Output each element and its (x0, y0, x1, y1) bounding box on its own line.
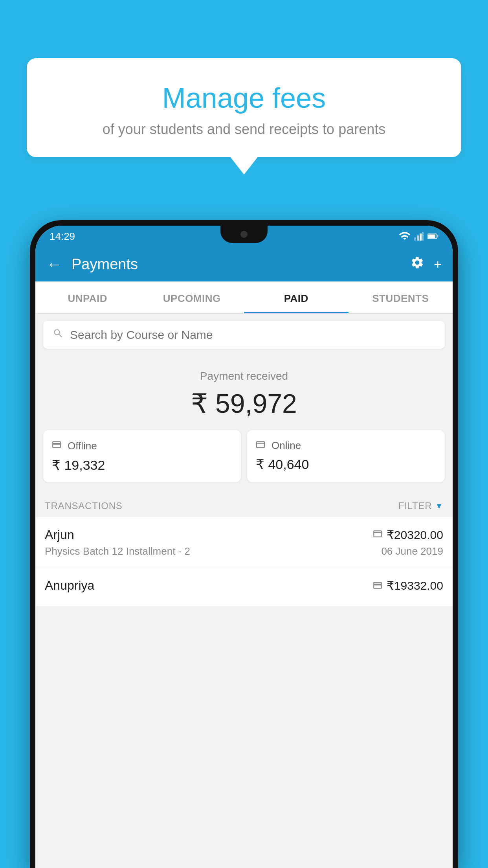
transaction-row-top: Arjun ₹20320.00 (45, 528, 443, 542)
search-bar[interactable] (43, 321, 445, 349)
student-name: Anupriya (45, 578, 94, 593)
status-time: 14:29 (50, 230, 75, 243)
transaction-amount: ₹20320.00 (387, 528, 443, 542)
notch-camera (240, 231, 248, 238)
payment-received-section: Payment received ₹ 59,972 (35, 356, 453, 430)
offline-card-header: Offline (51, 440, 233, 452)
transaction-row-top: Anupriya ₹19332.00 (45, 578, 443, 593)
bubble-title: Manage fees (42, 82, 446, 114)
online-card-header: Online (255, 440, 437, 452)
transactions-header: TRANSACTIONS FILTER ▼ (35, 493, 453, 517)
app-title: Payments (72, 256, 401, 273)
online-amount: ₹ 40,640 (255, 456, 437, 472)
transaction-row: Arjun ₹20320.00 Physics Batch 12 Install… (35, 517, 453, 568)
tab-students[interactable]: STUDENTS (349, 281, 453, 313)
app-bar: ← Payments + (35, 247, 453, 281)
online-icon (255, 440, 266, 452)
status-bar: 14:29 (35, 226, 453, 247)
tab-unpaid[interactable]: UNPAID (35, 281, 140, 313)
transaction-amount: ₹19332.00 (387, 579, 443, 592)
filter-button[interactable]: FILTER ▼ (398, 500, 443, 511)
transaction-date: 06 June 2019 (381, 545, 443, 557)
online-label: Online (272, 440, 301, 452)
add-button[interactable]: + (434, 257, 442, 271)
status-icons (399, 232, 438, 241)
search-icon (53, 328, 64, 342)
svg-rect-5 (437, 235, 438, 237)
gear-icon (410, 256, 424, 270)
search-input[interactable] (70, 328, 435, 342)
content-area: Payment received ₹ 59,972 Offline ₹ 19,3… (35, 314, 453, 606)
svg-rect-6 (428, 235, 435, 238)
wifi-icon (399, 232, 410, 241)
phone-notch (220, 226, 268, 243)
transaction-row-bottom: Physics Batch 12 Installment - 2 06 June… (45, 545, 443, 557)
tab-upcoming[interactable]: UPCOMING (140, 281, 244, 313)
battery-icon (427, 233, 438, 239)
offline-payment-icon (372, 580, 383, 591)
payment-received-amount: ₹ 59,972 (43, 388, 445, 419)
svg-rect-1 (417, 235, 419, 241)
settings-button[interactable] (410, 256, 424, 273)
payment-received-label: Payment received (43, 370, 445, 383)
online-payment-icon (372, 530, 383, 541)
svg-rect-3 (422, 232, 424, 241)
filter-icon: ▼ (435, 502, 443, 511)
course-info: Physics Batch 12 Installment - 2 (45, 545, 190, 557)
offline-icon (51, 440, 62, 452)
student-name: Arjun (45, 528, 74, 542)
tabs-bar: UNPAID UPCOMING PAID STUDENTS (35, 281, 453, 314)
tab-paid[interactable]: PAID (244, 281, 349, 313)
offline-amount: ₹ 19,332 (51, 457, 233, 473)
filter-label: FILTER (398, 500, 432, 511)
online-card: Online ₹ 40,640 (247, 430, 445, 482)
svg-rect-2 (420, 234, 422, 241)
speech-bubble: Manage fees of your students and send re… (27, 58, 461, 157)
signal-icon (414, 232, 424, 241)
payment-cards-row: Offline ₹ 19,332 Online ₹ 40,640 (35, 430, 453, 493)
svg-rect-0 (414, 237, 416, 241)
transaction-row: Anupriya ₹19332.00 (35, 568, 453, 606)
transactions-label: TRANSACTIONS (45, 500, 123, 511)
back-button[interactable]: ← (46, 256, 62, 272)
offline-card: Offline ₹ 19,332 (43, 430, 241, 482)
offline-label: Offline (68, 440, 97, 452)
transaction-amount-row: ₹19332.00 (372, 579, 443, 592)
phone-frame: 14:29 (30, 220, 458, 868)
phone-inner: 14:29 (35, 226, 453, 868)
bubble-subtitle: of your students and send receipts to pa… (42, 121, 446, 138)
transaction-amount-row: ₹20320.00 (372, 528, 443, 542)
